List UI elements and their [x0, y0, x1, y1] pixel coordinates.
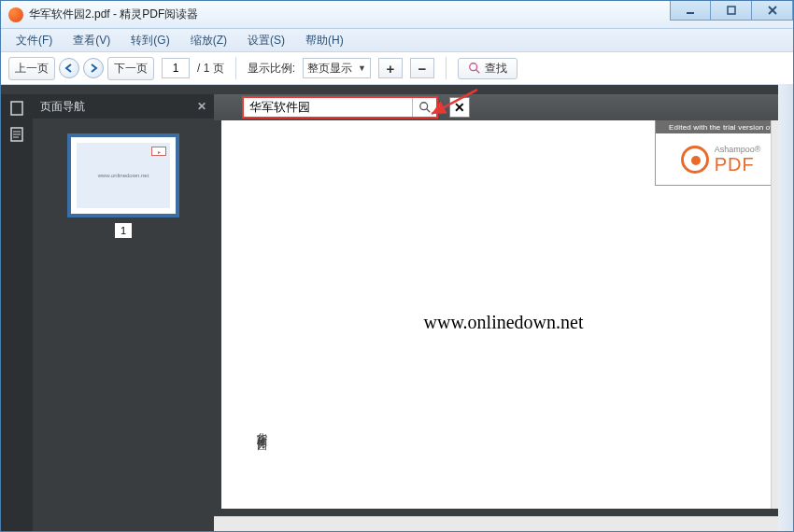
close-button[interactable] [752, 1, 793, 21]
arrow-left-icon [64, 63, 75, 74]
sidebar-title: 页面导航 [40, 99, 85, 115]
window-scrollbar-vertical[interactable] [778, 84, 793, 531]
svg-rect-1 [728, 7, 735, 14]
sub-toolbar-strip [1, 85, 793, 94]
thumbnail-text: www.onlinedown.net [98, 173, 149, 178]
svg-point-4 [470, 63, 477, 71]
page-total-label: / 1 页 [197, 61, 224, 77]
viewer: ✕ Edited with the trial version of Asham… [214, 94, 793, 531]
watermark-product: PDF [715, 154, 761, 175]
search-icon [468, 62, 481, 75]
menu-goto[interactable]: 转到(G) [121, 30, 178, 51]
page-area[interactable]: Edited with the trial version of Ashampo… [214, 120, 793, 516]
menu-zoom[interactable]: 缩放(Z) [181, 30, 236, 51]
next-page-button[interactable]: 下一页 [107, 57, 154, 80]
pdf-page: Edited with the trial version of Ashampo… [221, 120, 786, 509]
window-controls [670, 1, 793, 21]
ashampoo-logo-icon [681, 146, 709, 174]
zoom-select[interactable]: 整页显示 ▼ [303, 58, 371, 78]
maximize-button[interactable] [711, 1, 752, 21]
svg-rect-6 [11, 102, 22, 115]
menu-file[interactable]: 文件(F) [7, 30, 62, 51]
watermark-brand: Ashampoo® [715, 145, 761, 154]
menu-settings[interactable]: 设置(S) [238, 30, 294, 51]
find-bar: ✕ [214, 94, 793, 120]
thumbnail-preview: ▸ www.onlinedown.net [77, 143, 170, 208]
trial-watermark: Edited with the trial version of Ashampo… [655, 120, 786, 186]
app-window: 华军软件园2.pdf - 精灵PDF阅读器 文件(F) 查看(V) 转到(G) … [0, 0, 794, 532]
thumbnail-page-1[interactable]: ▸ www.onlinedown.net [67, 133, 179, 217]
page-scrollbar-horizontal[interactable] [214, 516, 793, 531]
maximize-icon [726, 5, 737, 16]
toolbar: 上一页 下一页 / 1 页 显示比例: 整页显示 ▼ + − 查找 [1, 51, 793, 85]
zoom-out-button[interactable]: − [410, 58, 434, 78]
app-icon [8, 7, 23, 22]
menubar: 文件(F) 查看(V) 转到(G) 缩放(Z) 设置(S) 帮助(H) [1, 29, 793, 51]
page-icon [8, 100, 25, 117]
menu-help[interactable]: 帮助(H) [296, 30, 353, 51]
page-number-input[interactable] [162, 58, 190, 78]
find-input-highlight [242, 96, 438, 119]
find-close-button[interactable]: ✕ [449, 97, 470, 118]
thumbnail-badge-icon: ▸ [151, 147, 166, 156]
thumbnail-page-number: 1 [115, 223, 132, 238]
workspace: 页面导航 ✕ ▸ www.onlinedown.net 1 [1, 94, 793, 531]
rail-thumbnails-button[interactable] [8, 100, 25, 117]
search-icon [418, 101, 432, 114]
find-label: 查找 [485, 61, 507, 77]
prev-page-button[interactable]: 上一页 [8, 57, 55, 80]
rail-outline-button[interactable] [8, 126, 25, 143]
titlebar: 华军软件园2.pdf - 精灵PDF阅读器 [1, 1, 793, 29]
minimize-icon [685, 5, 696, 16]
svg-line-12 [426, 109, 430, 113]
svg-line-5 [476, 70, 480, 74]
left-rail [1, 94, 33, 531]
close-icon [767, 5, 778, 16]
minimize-button[interactable] [670, 1, 711, 21]
zoom-label: 显示比例: [248, 61, 295, 77]
zoom-value: 整页显示 [307, 61, 352, 77]
find-submit-button[interactable] [412, 98, 436, 117]
toolbar-separator [235, 57, 236, 79]
find-button[interactable]: 查找 [458, 58, 518, 79]
sidebar-close-button[interactable]: ✕ [197, 100, 206, 113]
sidebar: 页面导航 ✕ ▸ www.onlinedown.net 1 [33, 94, 214, 531]
prev-page-arrow-button[interactable] [59, 58, 79, 78]
zoom-in-button[interactable]: + [378, 58, 403, 78]
thumbnail-panel[interactable]: ▸ www.onlinedown.net 1 [33, 119, 214, 531]
next-page-label: 下一页 [114, 61, 148, 77]
arrow-right-icon [88, 63, 99, 74]
prev-page-label: 上一页 [15, 61, 49, 77]
sidebar-header: 页面导航 ✕ [33, 94, 214, 119]
page-main-text: www.onlinedown.net [424, 312, 584, 333]
page-vertical-text: 华军软件园 [255, 425, 269, 434]
document-icon [8, 126, 25, 143]
next-page-arrow-button[interactable] [83, 58, 104, 78]
menu-view[interactable]: 查看(V) [64, 30, 120, 51]
find-input[interactable] [244, 98, 412, 117]
window-title: 华军软件园2.pdf - 精灵PDF阅读器 [29, 7, 198, 22]
watermark-header: Edited with the trial version of [656, 120, 786, 133]
chevron-down-icon: ▼ [358, 63, 366, 73]
toolbar-separator-2 [446, 57, 447, 79]
svg-point-11 [419, 103, 427, 110]
